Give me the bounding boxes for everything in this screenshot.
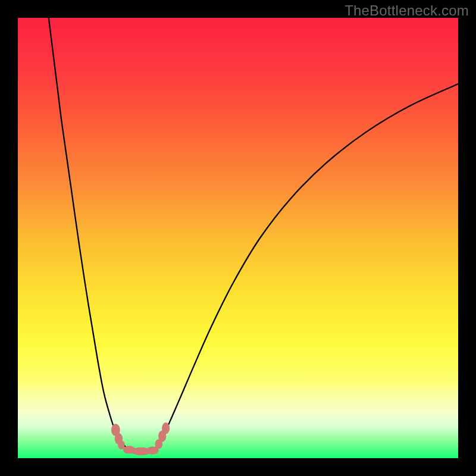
bead-8 [162,422,170,434]
curve-svg [18,18,458,458]
curve-right-branch [154,84,458,450]
curve-left-branch [49,18,130,450]
watermark-text: TheBottleneck.com [345,2,469,19]
plot-area [18,18,458,458]
outer-frame: TheBottleneck.com [0,0,476,476]
